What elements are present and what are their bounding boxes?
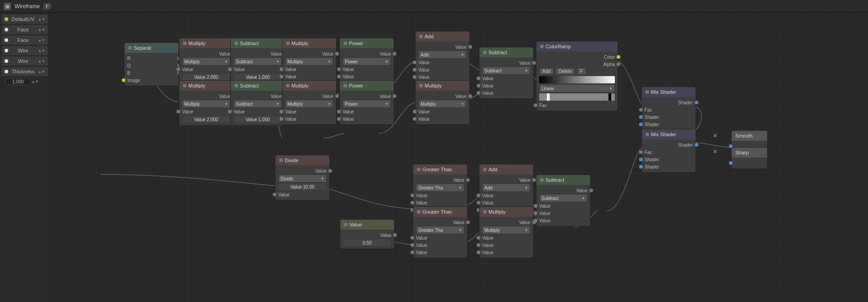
sidebar-face1[interactable]: Face ▲▼ <box>2 25 48 34</box>
sharp-label: Sharp <box>735 150 748 155</box>
colorramp-delete-btn[interactable]: Delete <box>556 68 575 75</box>
colorramp-bar <box>539 76 615 83</box>
node-colorramp: ColorRamp Color Alpha Add Delete F <box>536 41 618 111</box>
node-subtract2: Subtract Value Subtract▼ Value Value 1.0… <box>230 80 285 126</box>
node-subtract3: Subtract Value Subtract▼ Value Value Val… <box>479 47 534 99</box>
sidebar-face2[interactable]: Face ▲▼ <box>2 36 48 45</box>
power2-dropdown[interactable]: Power▼ <box>343 100 391 108</box>
node-mixshader1: Mix Shader Shader Fac Shader Shader <box>641 87 696 130</box>
multiply1-dropdown[interactable]: Multiply▼ <box>182 57 230 66</box>
node-canvas: Separat R G B Image Multiply Value <box>50 13 868 302</box>
node-add1: Add Value Add▼ Value Value Value <box>415 31 470 83</box>
greater2-dropdown[interactable]: Greater Tha▼ <box>416 226 464 234</box>
node-multiply3: Multiply Value Multiply▼ Value Value <box>282 38 337 82</box>
subtract2-value[interactable]: Value 1.000 <box>234 115 282 123</box>
node-subtract4: Subtract Value Subtract▼ Value Value Val… <box>536 174 591 226</box>
colorramp-add-btn[interactable]: Add <box>539 68 554 75</box>
colorramp-f-btn[interactable]: F <box>577 68 586 75</box>
multiply4-dropdown[interactable]: Multiply▼ <box>285 100 333 108</box>
add2-dropdown[interactable]: Add▼ <box>482 184 530 192</box>
divide-value[interactable]: Value 10.00 <box>278 183 327 191</box>
multiply2-dropdown[interactable]: Multiply▼ <box>182 100 230 108</box>
node-multiply5: Multiply Value Multiply▼ Value Value <box>415 80 470 125</box>
power1-dropdown[interactable]: Power▼ <box>343 57 391 66</box>
sidebar-thickness-value-row: 1.000 ▲▼ <box>2 77 48 86</box>
node-separate: Separat R G B Image <box>124 42 179 86</box>
node-multiply2: Multiply Value Multiply▼ Value Value 2.0… <box>179 80 234 126</box>
smooth-close-x[interactable]: ✕ <box>713 133 717 139</box>
smooth-label: Smooth <box>735 133 753 138</box>
sidebar-thickness-label: Thickness <box>12 69 35 74</box>
sidebar-defaultuv-label: DefaultUV <box>12 16 35 22</box>
greater1-dropdown[interactable]: Greater Tha▼ <box>416 184 464 192</box>
node-output-sharp: Sharp <box>731 147 768 169</box>
colorramp-interp-dropdown[interactable]: Linear▼ <box>539 84 615 92</box>
node-power1: Power Value Power▼ Value Value <box>339 38 394 82</box>
node-mixshader2: Mix Shader Shader Fac Shader Shader <box>641 129 696 173</box>
top-bar: ▦ Wireframe F <box>0 0 868 13</box>
multiply5-dropdown[interactable]: Multiply▼ <box>418 100 467 108</box>
divide-dropdown[interactable]: Divide▼ <box>278 174 327 183</box>
node-greater2: Greater Than Value Greater Tha▼ Value Va… <box>413 206 468 258</box>
topbar-mode: Wireframe <box>15 3 40 10</box>
add1-dropdown[interactable]: Add▼ <box>418 51 467 59</box>
subtract2-dropdown[interactable]: Subtract▼ <box>234 100 282 108</box>
subtract1-dropdown[interactable]: Subtract▼ <box>234 57 282 66</box>
left-sidebar: DefaultUV ▲▼ Face ▲▼ Face ▲▼ Wire ▲▼ Wir… <box>0 13 50 302</box>
sidebar-thickness-value[interactable]: 1.000 <box>5 78 31 85</box>
value-node-value[interactable]: 0.50 <box>343 239 391 247</box>
sharp-close-x[interactable]: ✕ <box>713 148 717 155</box>
multiply6-dropdown[interactable]: Multiply▼ <box>482 226 530 234</box>
topbar-icon: ▦ <box>4 3 11 10</box>
node-separate-title: Separat <box>134 45 151 51</box>
node-subtract1: Subtract Value Subtract▼ Value Value 1.0… <box>230 38 285 83</box>
sidebar-defaultuv[interactable]: DefaultUV ▲▼ <box>2 15 48 24</box>
node-multiply1: Multiply Value Multiply▼ Value Value 2.0… <box>179 38 234 83</box>
multiply2-value[interactable]: Value 2.000 <box>182 115 230 123</box>
node-value: Value Value 0.50 <box>340 219 395 249</box>
subtract4-dropdown[interactable]: Subtract▼ <box>539 194 587 202</box>
node-power2: Power Value Power▼ Value Value <box>339 80 394 125</box>
node-multiply6: Multiply Value Multiply▼ Value Value Val… <box>479 206 534 258</box>
multiply3-dropdown[interactable]: Multiply▼ <box>285 57 333 66</box>
sidebar-wire1[interactable]: Wire ▲▼ <box>2 46 48 55</box>
topbar-key: F <box>43 3 51 10</box>
node-multiply4: Multiply Value Multiply▼ Value Value <box>282 80 337 125</box>
subtract3-dropdown[interactable]: Subtract▼ <box>482 67 530 75</box>
node-divide: Divide Value Divide▼ Value 10.00 Value <box>275 155 330 200</box>
sidebar-wire2[interactable]: Wire ▲▼ <box>2 56 48 66</box>
sidebar-thickness[interactable]: Thickness ▲▼ <box>2 67 48 76</box>
